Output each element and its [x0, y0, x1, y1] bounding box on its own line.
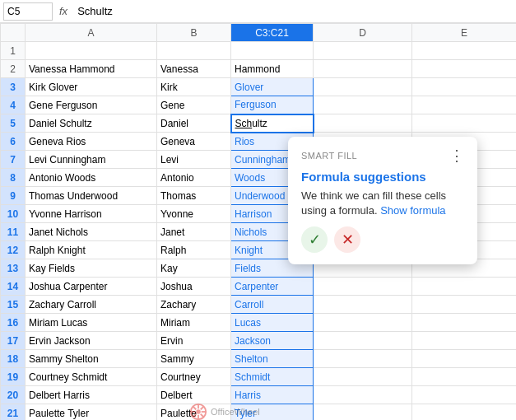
cell-a7[interactable]: Levi Cunningham: [26, 151, 157, 169]
col-header-e[interactable]: E: [412, 24, 517, 42]
cell-b18[interactable]: Sammy: [157, 350, 231, 368]
cell-c1[interactable]: [231, 42, 314, 60]
cell-e19[interactable]: [412, 368, 517, 386]
cell-e18[interactable]: [412, 350, 517, 368]
cell-d3[interactable]: [314, 78, 412, 96]
cell-b7[interactable]: Levi: [157, 151, 231, 169]
cell-a10[interactable]: Yvonne Harrison: [26, 205, 157, 223]
svg-line-8: [193, 407, 197, 410]
cell-c4[interactable]: Ferguson: [231, 96, 314, 114]
cell-a13[interactable]: Kay Fields: [26, 259, 157, 278]
cell-b12[interactable]: Ralph: [157, 241, 231, 259]
col-header-d[interactable]: D: [314, 24, 412, 42]
cell-e5[interactable]: [412, 114, 517, 133]
decline-button[interactable]: ✕: [334, 226, 360, 253]
row-number: 15: [1, 296, 26, 314]
row-number: 2: [1, 60, 26, 78]
cell-a3[interactable]: Kirk Glover: [26, 78, 157, 96]
cell-a18[interactable]: Sammy Shelton: [26, 350, 157, 368]
cell-b16[interactable]: Miriam: [157, 314, 231, 332]
cell-b4[interactable]: Gene: [157, 96, 231, 114]
accept-button[interactable]: ✓: [301, 226, 328, 253]
cell-d1[interactable]: [314, 42, 412, 60]
cell-c2[interactable]: Hammond: [231, 60, 314, 78]
cell-e16[interactable]: [412, 314, 517, 332]
cell-c19[interactable]: Schmidt: [231, 368, 314, 386]
col-header-c[interactable]: C3:C21: [231, 24, 314, 42]
cell-d16[interactable]: [314, 314, 412, 332]
cell-d5[interactable]: [314, 114, 412, 133]
cell-c18[interactable]: Shelton: [231, 350, 314, 368]
cell-d17[interactable]: [314, 332, 412, 350]
cell-a16[interactable]: Miriam Lucas: [26, 314, 157, 332]
cell-e21[interactable]: [412, 404, 517, 421]
cell-a21[interactable]: Paulette Tyler: [26, 404, 157, 421]
cell-reference-input[interactable]: [3, 2, 53, 21]
cell-b11[interactable]: Janet: [157, 223, 231, 241]
smart-fill-menu-button[interactable]: ⋮: [449, 148, 465, 163]
cell-c16[interactable]: Lucas: [231, 314, 314, 332]
cell-b8[interactable]: Antonio: [157, 169, 231, 187]
cell-e2[interactable]: [412, 60, 517, 78]
cell-d18[interactable]: [314, 350, 412, 368]
cell-c14[interactable]: Carpenter: [231, 278, 314, 296]
cell-a2[interactable]: Vanessa Hammond: [26, 60, 157, 78]
cell-b1[interactable]: [157, 42, 231, 60]
cell-e15[interactable]: [412, 296, 517, 314]
row-number: 18: [1, 350, 26, 368]
row-number: 11: [1, 223, 26, 241]
col-header-b[interactable]: B: [157, 24, 231, 42]
row-number: 5: [1, 114, 26, 133]
cell-c5[interactable]: Schultz: [231, 114, 314, 133]
cell-e20[interactable]: [412, 386, 517, 404]
cell-a17[interactable]: Ervin Jackson: [26, 332, 157, 350]
smart-fill-popup: SMART FILL ⋮ Formula suggestions We thin…: [288, 137, 477, 264]
cell-b10[interactable]: Yvonne: [157, 205, 231, 223]
cell-a5[interactable]: Daniel Schultz: [26, 114, 157, 133]
cell-a11[interactable]: Janet Nichols: [26, 223, 157, 241]
cell-c3[interactable]: Glover: [231, 78, 314, 96]
row-number: 20: [1, 386, 26, 404]
cell-d14[interactable]: [314, 278, 412, 296]
cell-b6[interactable]: Geneva: [157, 133, 231, 151]
cell-d21[interactable]: [314, 404, 412, 421]
cell-a14[interactable]: Joshua Carpenter: [26, 278, 157, 296]
cell-e3[interactable]: [412, 78, 517, 96]
cell-a20[interactable]: Delbert Harris: [26, 386, 157, 404]
cell-b3[interactable]: Kirk: [157, 78, 231, 96]
cell-d20[interactable]: [314, 386, 412, 404]
cell-b15[interactable]: Zachary: [157, 296, 231, 314]
cell-b5[interactable]: Daniel: [157, 114, 231, 133]
cell-e17[interactable]: [412, 332, 517, 350]
cell-a9[interactable]: Thomas Underwood: [26, 187, 157, 205]
cell-d2[interactable]: [314, 60, 412, 78]
cell-a1[interactable]: [26, 42, 157, 60]
cell-b2[interactable]: Vanessa: [157, 60, 231, 78]
cell-e4[interactable]: [412, 96, 517, 114]
formula-input[interactable]: [74, 3, 513, 19]
cell-b17[interactable]: Ervin: [157, 332, 231, 350]
cell-d15[interactable]: [314, 296, 412, 314]
cell-d4[interactable]: [314, 96, 412, 114]
col-header-a[interactable]: A: [26, 24, 157, 42]
smart-fill-body: We think we can fill these cells using a…: [301, 189, 464, 218]
cell-a15[interactable]: Zachary Carroll: [26, 296, 157, 314]
cell-a19[interactable]: Courtney Schmidt: [26, 368, 157, 386]
cell-c15[interactable]: Carroll: [231, 296, 314, 314]
cell-c17[interactable]: Jackson: [231, 332, 314, 350]
cell-b19[interactable]: Courtney: [157, 368, 231, 386]
cell-e14[interactable]: [412, 278, 517, 296]
show-formula-link[interactable]: Show formula: [380, 204, 445, 217]
cell-b9[interactable]: Thomas: [157, 187, 231, 205]
cell-d19[interactable]: [314, 368, 412, 386]
cell-b14[interactable]: Joshua: [157, 278, 231, 296]
cell-a8[interactable]: Antonio Woods: [26, 169, 157, 187]
cell-b13[interactable]: Kay: [157, 259, 231, 278]
cell-c20[interactable]: Harris: [231, 386, 314, 404]
cell-a12[interactable]: Ralph Knight: [26, 241, 157, 259]
officewheel-logo: [189, 403, 207, 420]
cell-e1[interactable]: [412, 42, 517, 60]
cell-b20[interactable]: Delbert: [157, 386, 231, 404]
cell-a6[interactable]: Geneva Rios: [26, 133, 157, 151]
cell-a4[interactable]: Gene Ferguson: [26, 96, 157, 114]
